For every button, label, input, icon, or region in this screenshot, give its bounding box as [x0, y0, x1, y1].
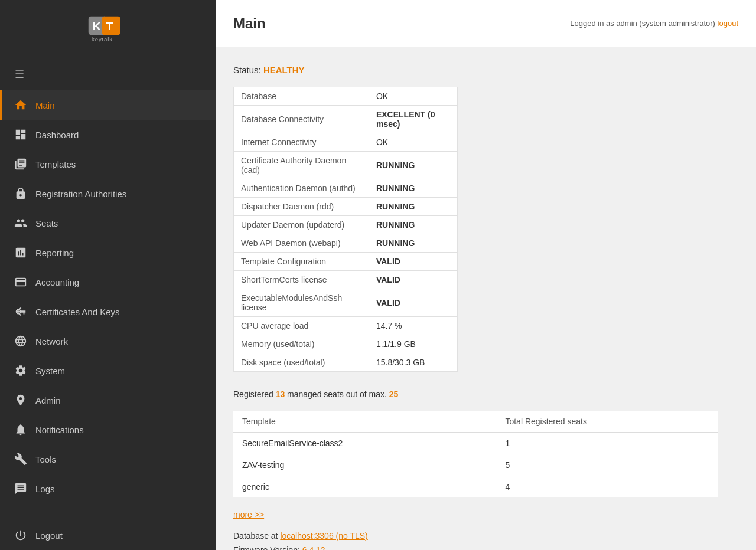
system-icon — [14, 364, 27, 377]
status-row-value: OK — [369, 87, 457, 106]
status-line: Status: HEALTHY — [233, 65, 738, 75]
sidebar-item-seats[interactable]: Seats — [0, 208, 216, 238]
table-row: Web API Daemon (webapi)RUNNING — [234, 234, 458, 253]
reporting-icon — [14, 246, 27, 259]
status-row-name: Disk space (used/total) — [234, 353, 369, 372]
status-row-value: VALID — [369, 253, 457, 271]
logs-icon — [14, 482, 27, 495]
sidebar: K T keytalk ☰ MainDashboardTemplatesRegi… — [0, 0, 216, 550]
seats-table: Template Total Registered seats SecureEm… — [233, 411, 718, 498]
content-area: Status: HEALTHY DatabaseOKDatabase Conne… — [216, 47, 756, 550]
power-icon — [14, 529, 27, 542]
status-row-name: Updater Daemon (updaterd) — [234, 216, 369, 234]
sidebar-item-templates[interactable]: Templates — [0, 149, 216, 179]
sidebar-item-reporting[interactable]: Reporting — [0, 238, 216, 267]
logout-link[interactable]: logout — [718, 19, 738, 28]
logo-area: K T keytalk — [0, 0, 216, 59]
status-row-value: RUNNING — [369, 152, 457, 179]
svg-text:keytalk: keytalk — [92, 35, 113, 42]
status-value: HEALTHY — [263, 65, 305, 75]
main-icon — [14, 99, 27, 112]
table-row: Dispatcher Daemon (rdd)RUNNING — [234, 198, 458, 216]
status-row-value: VALID — [369, 289, 457, 317]
main-content: Main Logged in as admin (system administ… — [216, 0, 756, 550]
registered-line: Registered 13 managed seats out of max. … — [233, 389, 738, 399]
table-row: generic4 — [233, 476, 718, 498]
table-row: ExecutableModulesAndSsh licenseVALID — [234, 289, 458, 317]
seat-template-name: ZAV-testing — [233, 454, 496, 476]
sidebar-label-admin: Admin — [35, 395, 61, 405]
sidebar-item-admin[interactable]: Admin — [0, 385, 216, 415]
status-row-name: CPU average load — [234, 317, 369, 335]
sidebar-label-reporting: Reporting — [35, 248, 74, 258]
admin-icon — [14, 394, 27, 407]
status-row-value: 1.1/1.9 GB — [369, 335, 457, 353]
table-row: DatabaseOK — [234, 87, 458, 106]
table-row: Memory (used/total)1.1/1.9 GB — [234, 335, 458, 353]
table-row: Authentication Daemon (authd)RUNNING — [234, 179, 458, 198]
db-link[interactable]: localhost:3306 (no TLS) — [280, 531, 367, 541]
top-bar: Main Logged in as admin (system administ… — [216, 0, 756, 47]
sidebar-item-certificates-and-keys[interactable]: Certificates And Keys — [0, 297, 216, 326]
sidebar-label-certificates-and-keys: Certificates And Keys — [35, 307, 120, 317]
status-row-value: RUNNING — [369, 234, 457, 253]
status-row-value: 15.8/30.3 GB — [369, 353, 457, 372]
table-row: Updater Daemon (updaterd)RUNNING — [234, 216, 458, 234]
fw-line: Firmware Version: 6.4.12 — [233, 545, 738, 550]
sidebar-item-system[interactable]: System — [0, 356, 216, 385]
col-template: Template — [233, 411, 496, 433]
sidebar-label-accounting: Accounting — [35, 277, 79, 287]
seat-count: 4 — [496, 476, 718, 498]
status-row-value: VALID — [369, 271, 457, 289]
table-row: Internet ConnectivityOK — [234, 133, 458, 152]
status-row-name: Certificate Authority Daemon (cad) — [234, 152, 369, 179]
table-row: SecureEmailService-class21 — [233, 433, 718, 454]
tools-icon — [14, 453, 27, 466]
nav-list: MainDashboardTemplatesRegistration Autho… — [0, 90, 216, 503]
status-row-name: ShortTermCerts license — [234, 271, 369, 289]
seat-template-name: SecureEmailService-class2 — [233, 433, 496, 454]
sidebar-item-network[interactable]: Network — [0, 326, 216, 356]
sidebar-label-network: Network — [35, 336, 68, 346]
network-icon — [14, 335, 27, 348]
sidebar-label-registration-authorities: Registration Authorities — [35, 189, 126, 199]
hamburger-area: ☰ — [0, 59, 216, 90]
sidebar-label-dashboard: Dashboard — [35, 130, 79, 140]
status-row-value: EXCELLENT (0 msec) — [369, 106, 457, 133]
sidebar-item-logs[interactable]: Logs — [0, 474, 216, 503]
status-row-value: RUNNING — [369, 198, 457, 216]
sidebar-item-registration-authorities[interactable]: Registration Authorities — [0, 179, 216, 208]
status-row-value: RUNNING — [369, 216, 457, 234]
seat-count: 1 — [496, 433, 718, 454]
seat-template-name: generic — [233, 476, 496, 498]
seats-icon — [14, 217, 27, 230]
status-row-name: Internet Connectivity — [234, 133, 369, 152]
status-row-name: Database — [234, 87, 369, 106]
sidebar-item-notifications[interactable]: Notifications — [0, 415, 216, 444]
table-row: Disk space (used/total)15.8/30.3 GB — [234, 353, 458, 372]
status-row-name: ExecutableModulesAndSsh license — [234, 289, 369, 317]
sidebar-label-main: Main — [35, 100, 55, 110]
sidebar-label-notifications: Notifications — [35, 425, 84, 435]
more-link[interactable]: more >> — [233, 510, 264, 519]
sidebar-item-dashboard[interactable]: Dashboard — [0, 120, 216, 149]
table-row: CPU average load14.7 % — [234, 317, 458, 335]
notifications-icon — [14, 423, 27, 436]
table-row: Database ConnectivityEXCELLENT (0 msec) — [234, 106, 458, 133]
seat-count: 5 — [496, 454, 718, 476]
registration-authorities-icon — [14, 187, 27, 200]
logout-label: Logout — [35, 531, 63, 541]
table-row: ShortTermCerts licenseVALID — [234, 271, 458, 289]
sidebar-item-accounting[interactable]: Accounting — [0, 267, 216, 297]
sidebar-label-logs: Logs — [35, 484, 55, 494]
sidebar-label-seats: Seats — [35, 218, 58, 228]
certificates-and-keys-icon — [14, 305, 27, 318]
col-seats: Total Registered seats — [496, 411, 718, 433]
sidebar-item-tools[interactable]: Tools — [0, 444, 216, 474]
status-table: DatabaseOKDatabase ConnectivityEXCELLENT… — [233, 87, 458, 372]
status-row-value: RUNNING — [369, 179, 457, 198]
sidebar-item-main[interactable]: Main — [0, 90, 216, 120]
hamburger-button[interactable]: ☰ — [12, 65, 27, 84]
sidebar-item-logout[interactable]: Logout — [0, 520, 216, 550]
status-row-name: Memory (used/total) — [234, 335, 369, 353]
